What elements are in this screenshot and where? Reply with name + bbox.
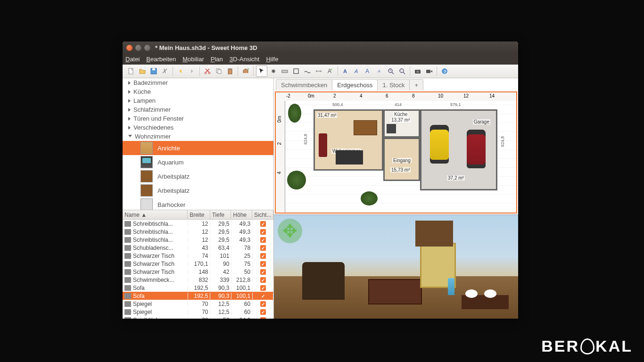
svg-rect-8 [229, 68, 231, 70]
watermark: BERKAL [541, 337, 633, 355]
floor-plan[interactable]: -2 0m 2 4 6 8 10 12 14 0m 2 4 3 [275, 91, 517, 214]
maximize-icon[interactable] [144, 45, 150, 51]
plant-icon[interactable] [361, 191, 378, 206]
tab-add[interactable]: + [409, 79, 423, 90]
menu-plan[interactable]: Plan [211, 56, 223, 63]
text-tool-button[interactable]: A+ [325, 66, 335, 76]
table-body[interactable]: Schreibtischla...1229,549,3✓Schreibtisch… [123, 220, 273, 319]
text-size-down-button[interactable]: A [374, 66, 385, 76]
tab-schwimmbecken[interactable]: Schwimmbecken [276, 79, 332, 90]
titlebar[interactable]: * Mein Haus.sh3d - Sweet Home 3D [123, 41, 518, 54]
table-row[interactable]: Spiegel7012,560✓ [123, 308, 273, 316]
category-kueche[interactable]: Küche [123, 87, 273, 96]
furniture-stove[interactable] [387, 124, 396, 133]
table-row[interactable]: Schwarzer Tisch7410125✓ [123, 252, 273, 260]
room-tool-button[interactable] [291, 66, 301, 76]
plant-icon[interactable] [287, 171, 306, 189]
ruler-vertical[interactable]: 0m 2 4 [276, 101, 285, 213]
category-badezimmer[interactable]: Badezimmer [123, 78, 273, 87]
menu-bearbeiten[interactable]: Bearbeiten [146, 56, 176, 63]
table-row[interactable]: Schwarzer Tisch170,19075✓ [123, 260, 273, 268]
save-button[interactable] [149, 66, 159, 76]
table-row[interactable]: Schreibtischla...1229,549,3✓ [123, 228, 273, 236]
app-window: * Mein Haus.sh3d - Sweet Home 3D Datei B… [123, 41, 518, 319]
bottle-3d [448, 278, 454, 295]
svg-rect-0 [129, 68, 133, 74]
undo-button[interactable] [175, 66, 186, 76]
svg-rect-10 [282, 70, 288, 73]
copy-button[interactable] [214, 66, 224, 76]
category-tueren[interactable]: Türen und Fenster [123, 114, 273, 123]
catalog-tree[interactable]: Badezimmer Küche Lampen Schlafzimmer Tür… [123, 78, 273, 210]
catalog-item-barhocker[interactable]: Barhocker [123, 197, 273, 210]
car-red[interactable] [467, 130, 486, 168]
select-tool-button[interactable] [256, 66, 267, 77]
category-wohnzimmer[interactable]: Wohnzimmer [123, 132, 273, 141]
preferences-button[interactable] [160, 66, 170, 76]
photo-button[interactable] [413, 66, 423, 76]
menu-mobiliar[interactable]: Mobiliar [182, 56, 204, 63]
zoom-out-button[interactable]: - [397, 66, 407, 76]
plant-icon[interactable] [288, 104, 301, 123]
minimize-icon[interactable] [135, 45, 141, 51]
furniture-sofa[interactable] [319, 133, 327, 157]
col-hoehe: Höhe [231, 210, 252, 219]
table-row[interactable]: Sofa192,590,3100,1✓ [123, 292, 273, 300]
room-eingang[interactable]: Eingang 15,73 m² [383, 138, 420, 181]
table-row[interactable]: Spielblöcke605034,6✓ [123, 316, 273, 319]
category-verschiedenes[interactable]: Verschiedenes [123, 123, 273, 132]
help-button[interactable]: ? [439, 66, 450, 76]
3d-view[interactable] [274, 214, 518, 319]
add-furniture-button[interactable]: + [240, 66, 251, 76]
menu-hilfe[interactable]: Hilfe [266, 56, 278, 63]
col-breite: Breite [188, 210, 210, 219]
catalog-item-arbeitsplatz-1[interactable]: Arbeitsplatz [123, 169, 273, 183]
new-file-button[interactable] [126, 66, 136, 76]
category-lampen[interactable]: Lampen [123, 96, 273, 105]
paste-button[interactable] [225, 66, 235, 76]
pan-tool-button[interactable] [268, 66, 279, 76]
svg-text:+: + [330, 68, 332, 71]
room-garage[interactable]: Garage 37,2 m² [420, 109, 497, 190]
catalog-item-arbeitsplatz-2[interactable]: Arbeitsplatz [123, 183, 273, 197]
video-button[interactable] [424, 66, 434, 76]
cut-button[interactable] [202, 66, 213, 76]
table-header[interactable]: Name ▲ Breite Tiefe Höhe Sicht... [123, 210, 273, 220]
table-row[interactable]: Sofa192,590,3100,1✓ [123, 284, 273, 292]
ruler-horizontal[interactable]: -2 0m 2 4 6 8 10 12 14 [276, 92, 516, 101]
3d-nav-compass[interactable] [278, 219, 302, 243]
category-schlafzimmer[interactable]: Schlafzimmer [123, 105, 273, 114]
catalog-item-anrichte[interactable]: Anrichte [123, 141, 273, 155]
furniture-table2[interactable] [336, 150, 363, 165]
close-icon[interactable] [126, 45, 132, 51]
level-tabs: Schwimmbecken Erdgeschoss 1. Stock + [274, 78, 518, 90]
car-yellow[interactable] [430, 125, 449, 164]
catalog-item-aquarium[interactable]: Aquarium [123, 155, 273, 169]
furniture-table[interactable] [354, 120, 377, 135]
open-file-button[interactable] [137, 66, 148, 76]
plan-canvas[interactable]: 31,47 m² Wohnzimmer Küche 13,37 m² Einga… [285, 101, 516, 213]
tab-1stock[interactable]: 1. Stock [377, 79, 410, 90]
room-kueche[interactable]: Küche 13,37 m² [383, 109, 420, 138]
table-row[interactable]: Schwarzer Tisch1484250✓ [123, 268, 273, 276]
table-row[interactable]: Schreibtischla...1229,549,3✓ [123, 220, 273, 228]
furniture-table: Name ▲ Breite Tiefe Höhe Sicht... Schrei… [123, 210, 273, 319]
menu-datei[interactable]: Datei [125, 56, 140, 63]
text-size-up-button[interactable]: A [363, 66, 373, 76]
table-row[interactable]: Schwimmbeck...832339212,8✓ [123, 276, 273, 284]
wall-tool-button[interactable] [280, 66, 290, 76]
menu-3d[interactable]: 3D-Ansicht [230, 56, 260, 63]
text-bold-button[interactable]: A [340, 66, 351, 76]
room-wohnzimmer[interactable]: 31,47 m² Wohnzimmer [314, 109, 383, 171]
window-title: * Mein Haus.sh3d - Sweet Home 3D [155, 44, 257, 51]
zoom-in-button[interactable]: + [386, 66, 396, 76]
table-row[interactable]: Schreibtischla...1229,549,3✓ [123, 236, 273, 244]
table-row[interactable]: Schubladensc...4363,478✓ [123, 244, 273, 252]
dining-3d [462, 286, 509, 314]
polyline-tool-button[interactable] [302, 66, 313, 76]
redo-button[interactable] [187, 66, 197, 76]
table-row[interactable]: Spiegel7012,560✓ [123, 300, 273, 308]
text-italic-button[interactable]: A [352, 66, 362, 76]
dimension-tool-button[interactable] [314, 66, 324, 76]
tab-erdgeschoss[interactable]: Erdgeschoss [332, 79, 378, 90]
